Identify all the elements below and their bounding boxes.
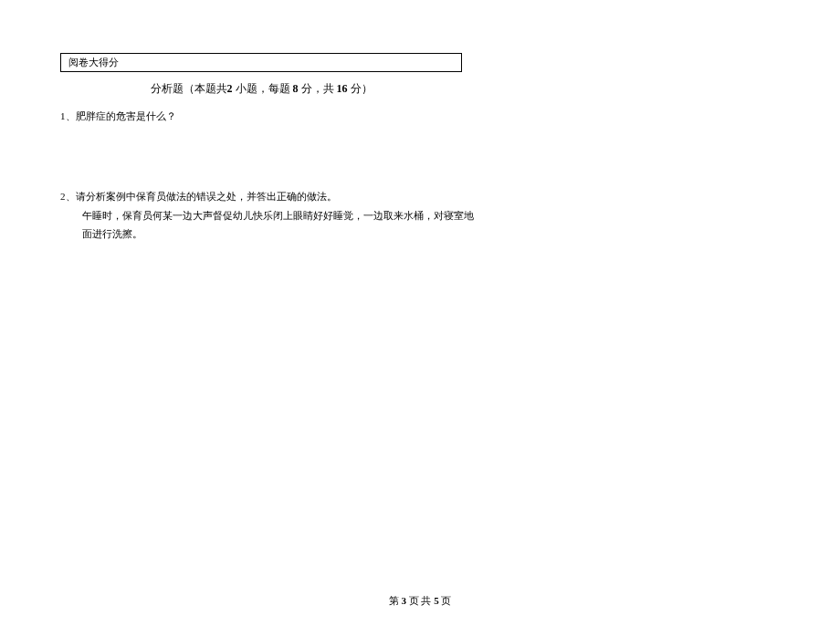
page-prefix: 第 — [389, 595, 402, 606]
page-container: 阅卷大得分 分析题（本题共2 小题，每题 8 分，共 16 分） 1、肥胖症的危… — [0, 0, 840, 244]
q2-text: 请分析案例中保育员做法的错误之处，并答出正确的做法。 — [76, 191, 337, 202]
q2-body-line2: 面进行洗擦。 — [82, 224, 780, 244]
title-mid1: 小题，每题 — [233, 82, 293, 95]
total-score: 16 — [337, 82, 348, 95]
score-box: 阅卷大得分 — [60, 53, 462, 72]
title-suffix: 分） — [348, 82, 373, 95]
title-prefix: 分析题（本题共 — [151, 82, 227, 95]
q2-body-line1: 午睡时，保育员何某一边大声督促幼儿快乐闭上眼睛好好睡觉，一边取来水桶，对寝室地 — [82, 206, 780, 225]
question-1: 1、肥胖症的危害是什么？ — [60, 108, 780, 126]
q2-number: 2、 — [60, 191, 76, 202]
page-suffix: 页 — [439, 595, 452, 606]
q1-text: 肥胖症的危害是什么？ — [76, 110, 176, 121]
question-2: 2、请分析案例中保育员做法的错误之处，并答出正确的做法。 午睡时，保育员何某一边… — [60, 188, 780, 245]
title-mid2: 分，共 — [299, 82, 337, 95]
page-mid: 页 共 — [406, 595, 434, 606]
q1-number: 1、 — [60, 110, 76, 121]
section-title: 分析题（本题共2 小题，每题 8 分，共 16 分） — [60, 81, 462, 97]
score-label: 阅卷大得分 — [68, 57, 119, 68]
q2-body: 午睡时，保育员何某一边大声督促幼儿快乐闭上眼睛好好睡觉，一边取来水桶，对寝室地 … — [60, 206, 780, 245]
q2-header: 2、请分析案例中保育员做法的错误之处，并答出正确的做法。 — [60, 188, 780, 206]
page-footer: 第 3 页 共 5 页 — [0, 594, 840, 608]
